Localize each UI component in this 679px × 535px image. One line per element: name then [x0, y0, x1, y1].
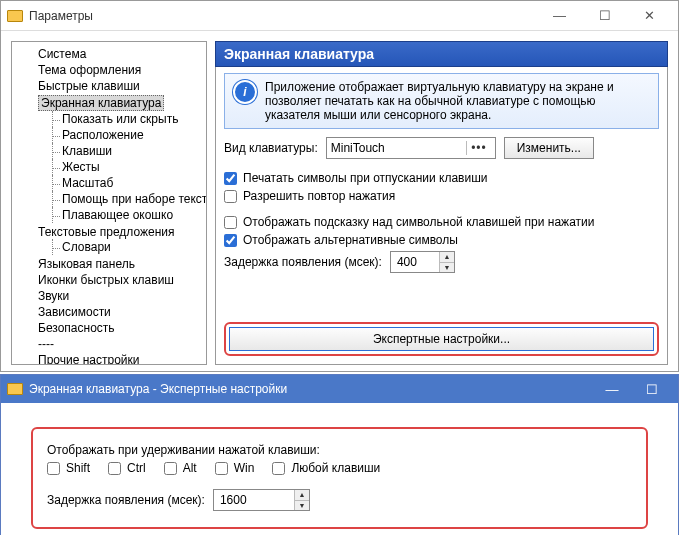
tree-item[interactable]: Тема оформления: [28, 62, 204, 78]
spin-down-icon[interactable]: ▼: [295, 501, 309, 511]
change-button[interactable]: Изменить...: [504, 137, 594, 159]
settings-panel: Экранная клавиатура i Приложение отображ…: [215, 41, 668, 365]
titlebar: Экранная клавиатура - Экспертные настрой…: [1, 375, 678, 403]
expert-delay-row: Задержка появления (мсек): 1600 ▲▼: [47, 489, 632, 511]
hold-label: Отображать при удерживании нажатой клави…: [47, 443, 632, 457]
checkbox[interactable]: [224, 172, 237, 185]
tree-item[interactable]: Текстовые предложения Словари: [28, 224, 204, 256]
browse-icon[interactable]: •••: [466, 141, 491, 155]
tree-item[interactable]: Система: [28, 46, 204, 62]
delay-value[interactable]: 1600: [214, 490, 294, 510]
tree-item[interactable]: Помощь при наборе текста: [52, 191, 204, 207]
kbd-type-value: MiniTouch: [331, 141, 385, 155]
tree-item[interactable]: Безопасность: [28, 320, 204, 336]
checkbox[interactable]: [224, 190, 237, 203]
delay-spinner[interactable]: 400 ▲▼: [390, 251, 455, 273]
tree-item[interactable]: Плавающее окошко: [52, 207, 204, 223]
window-controls: — ☐ ✕: [537, 2, 672, 30]
tree-item[interactable]: Звуки: [28, 288, 204, 304]
chk-hint[interactable]: Отображать подсказку над символьной клав…: [224, 215, 659, 229]
delay-label: Задержка появления (мсек):: [47, 493, 205, 507]
app-icon: [7, 383, 23, 395]
spin-down-icon[interactable]: ▼: [440, 263, 454, 273]
window-title: Экранная клавиатура - Экспертные настрой…: [29, 382, 287, 396]
tree-item[interactable]: Зависимости: [28, 304, 204, 320]
maximize-button[interactable]: ☐: [582, 2, 627, 30]
delay-label: Задержка появления (мсек):: [224, 255, 382, 269]
delay-value[interactable]: 400: [391, 252, 439, 272]
tree-item-osk[interactable]: Экранная клавиатура Показать или скрыть …: [28, 94, 204, 224]
info-text: Приложение отображает виртуальную клавиа…: [265, 80, 650, 122]
chk-alt[interactable]: Отображать альтернативные символы: [224, 233, 659, 247]
window-controls: — ☐: [592, 376, 672, 402]
expert-settings-button[interactable]: Экспертные настройки...: [229, 327, 654, 351]
tree-item[interactable]: Показать или скрыть: [52, 111, 204, 127]
spin-up-icon[interactable]: ▲: [295, 490, 309, 501]
checkbox[interactable]: [224, 234, 237, 247]
tree-item[interactable]: Клавиши: [52, 143, 204, 159]
chk-ctrl[interactable]: Ctrl: [108, 461, 146, 475]
tree-item[interactable]: Расположение: [52, 127, 204, 143]
keyboard-type-row: Вид клавиатуры: MiniTouch ••• Изменить..…: [224, 137, 659, 159]
minimize-button[interactable]: —: [537, 2, 582, 30]
nav-tree[interactable]: Система Тема оформления Быстрые клавиши …: [11, 41, 207, 365]
tree-selected[interactable]: Экранная клавиатура: [38, 95, 164, 111]
delay-row: Задержка появления (мсек): 400 ▲▼: [224, 251, 659, 273]
tree-item[interactable]: Прочие настройки: [28, 352, 204, 365]
info-icon: i: [233, 80, 257, 104]
maximize-button[interactable]: ☐: [632, 376, 672, 402]
minimize-button[interactable]: —: [592, 376, 632, 402]
chk-shift[interactable]: Shift: [47, 461, 90, 475]
tree-separator: ----: [28, 336, 204, 352]
tree-item[interactable]: Жесты: [52, 159, 204, 175]
chk-win[interactable]: Win: [215, 461, 255, 475]
tree-item[interactable]: Языковая панель: [28, 256, 204, 272]
app-icon: [7, 10, 23, 22]
spin-up-icon[interactable]: ▲: [440, 252, 454, 263]
kbd-type-field[interactable]: MiniTouch •••: [326, 137, 496, 159]
expert-delay-spinner[interactable]: 1600 ▲▼: [213, 489, 310, 511]
chk-release[interactable]: Печатать символы при отпускании клавиши: [224, 171, 659, 185]
checkbox[interactable]: [224, 216, 237, 229]
chk-alt[interactable]: Alt: [164, 461, 197, 475]
info-box: i Приложение отображает виртуальную клав…: [224, 73, 659, 129]
expert-window: Экранная клавиатура - Экспертные настрой…: [0, 374, 679, 535]
tree-item[interactable]: Быстрые клавиши: [28, 78, 204, 94]
chk-any[interactable]: Любой клавиши: [272, 461, 380, 475]
panel-title: Экранная клавиатура: [215, 41, 668, 67]
parameters-window: Параметры — ☐ ✕ Система Тема оформления …: [0, 0, 679, 372]
window-title: Параметры: [29, 9, 93, 23]
kbd-type-label: Вид клавиатуры:: [224, 141, 318, 155]
tree-item[interactable]: Иконки быстрых клавиш: [28, 272, 204, 288]
expert-highlight: Экспертные настройки...: [224, 322, 659, 356]
titlebar: Параметры — ☐ ✕: [1, 1, 678, 31]
tree-item[interactable]: Словари: [52, 239, 204, 255]
modifier-row: Shift Ctrl Alt Win Любой клавиши: [47, 461, 632, 475]
chk-repeat[interactable]: Разрешить повтор нажатия: [224, 189, 659, 203]
close-button[interactable]: ✕: [627, 2, 672, 30]
highlight-frame: Отображать при удерживании нажатой клави…: [31, 427, 648, 529]
tree-item[interactable]: Масштаб: [52, 175, 204, 191]
